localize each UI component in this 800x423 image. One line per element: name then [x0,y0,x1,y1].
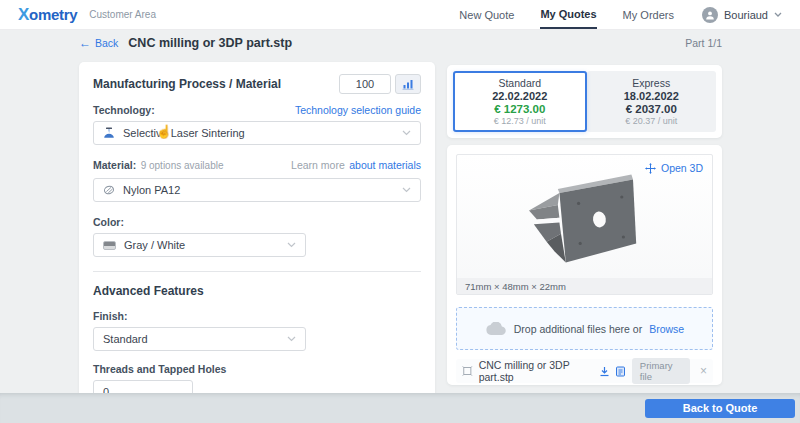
cloud-upload-icon [485,322,507,336]
material-label: Material: [93,159,136,171]
chevron-down-icon [287,336,296,342]
page-title: CNC milling or 3DP part.stp [128,36,292,50]
move-3d-icon [645,163,656,174]
finish-value: Standard [103,333,148,345]
threads-label: Threads and Tapped Holes [93,363,421,375]
quantity-input[interactable] [339,74,391,94]
chevron-down-icon [774,12,782,17]
file-actions [599,366,626,377]
technology-dropdown[interactable]: Selective Laser Sintering [93,121,421,145]
back-label: Back [95,37,118,49]
finish-dropdown[interactable]: Standard [93,327,306,351]
material-label-group: Material: 9 options available [93,155,223,173]
part-render [457,163,712,278]
section-title-manufacturing: Manufacturing Process / Material [93,77,281,91]
price-chart-button[interactable] [395,74,421,94]
open-3d-label: Open 3D [661,162,703,174]
color-value: Gray / White [124,239,185,251]
nav-my-quotes[interactable]: My Quotes [540,0,596,29]
nav-my-orders[interactable]: My Orders [623,0,674,29]
chevron-down-icon [287,242,296,248]
option-unit-price: € 12.73 / unit [494,116,546,126]
back-to-quote-button[interactable]: Back to Quote [645,399,795,418]
main-nav: New Quote My Quotes My Orders [459,0,674,29]
part-viewer-card: Open 3D 71mm × 48mm × 2 [447,145,722,385]
download-icon[interactable] [599,366,610,377]
logo-rest: ometry [29,6,77,23]
part-3d-model [505,165,665,277]
nav-new-quote[interactable]: New Quote [459,0,514,29]
file-drop-zone[interactable]: Drop additional files here or Browse [456,307,713,350]
material-learn-group: Learn more about materials [291,155,421,173]
part-file-icon [462,365,473,377]
uploaded-file-row: CNC milling or 3DP part.stp Primary file… [456,359,713,383]
cursor-hand-icon: ☝ [156,124,172,139]
back-link[interactable]: ← Back [79,37,118,49]
section-title-advanced: Advanced Features [93,284,421,298]
chevron-down-icon [402,130,411,136]
xometry-logo: Xometry [18,5,77,25]
drop-zone-text: Drop additional files here or [514,323,642,335]
color-label: Color: [93,216,124,228]
technology-guide-link[interactable]: Technology selection guide [295,104,421,116]
material-options-note: 9 options available [141,160,224,171]
browse-link[interactable]: Browse [649,323,684,335]
user-name: Bouriaud [724,9,768,21]
subheader: ← Back CNC milling or 3DP part.stp Part … [79,36,722,50]
top-bar: Xometry Customer Area New Quote My Quote… [0,0,800,30]
logo-x: X [18,5,29,24]
option-total: € 2037.00 [626,103,677,115]
primary-file-badge: Primary file [632,358,690,384]
section-divider [93,271,421,272]
footer-bar: Back to Quote [0,393,800,423]
user-menu[interactable]: Bouriaud [702,0,782,29]
quantity-group [339,74,421,94]
option-name: Express [632,77,670,89]
price-option-standard[interactable]: Standard 22.02.2022 € 1273.00 € 12.73 / … [453,71,587,132]
customer-area-label: Customer Area [89,9,156,20]
option-date: 22.02.2022 [492,90,547,102]
person-icon [705,10,715,20]
part-viewer[interactable]: Open 3D 71mm × 48mm × 2 [456,154,713,295]
open-3d-link[interactable]: Open 3D [645,162,703,174]
about-materials-link[interactable]: about materials [349,159,421,171]
part-indicator: Part 1/1 [685,37,722,49]
material-dropdown[interactable]: Nylon PA12 [93,178,421,202]
finish-label: Finish: [93,310,421,322]
option-total: € 1273.00 [494,103,545,115]
screen: Xometry Customer Area New Quote My Quote… [0,0,800,423]
technology-label: Technology: [93,104,155,116]
part-dimensions: 71mm × 48mm × 22mm [457,278,712,294]
color-swatch-icon [103,241,116,250]
price-option-express[interactable]: Express 18.02.2022 € 2037.00 € 20.37 / u… [587,71,717,132]
material-icon [103,184,115,196]
option-unit-price: € 20.37 / unit [625,116,677,126]
remove-file-icon[interactable]: × [700,365,707,377]
back-arrow-icon: ← [79,37,91,49]
bar-chart-icon [402,79,414,90]
file-name: CNC milling or 3DP part.stp [479,359,593,383]
pricing-card: Standard 22.02.2022 € 1273.00 € 12.73 / … [447,65,722,138]
option-name: Standard [498,77,541,89]
option-date: 18.02.2022 [624,90,679,102]
learn-more-text: Learn more [291,159,345,171]
avatar [702,7,718,23]
color-dropdown[interactable]: Gray / White [93,233,306,257]
brand[interactable]: Xometry Customer Area [18,0,156,29]
file-preview-icon[interactable] [615,366,626,377]
sls-technology-icon [103,127,115,139]
technology-value: Selective Laser Sintering [123,127,245,139]
manufacturing-card: Manufacturing Process / Material Technol… [79,62,435,410]
chevron-down-icon [402,187,411,193]
material-value: Nylon PA12 [123,184,180,196]
